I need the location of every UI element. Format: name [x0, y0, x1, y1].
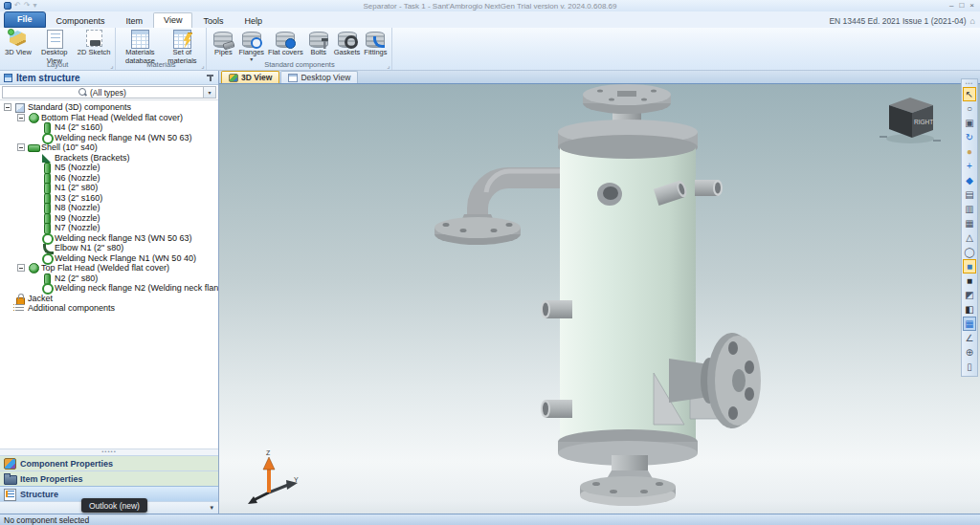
tree-item-welding-neck-flange-n2[interactable]: Welding neck flange N2 (Welding neck fla… [0, 283, 218, 294]
ribbon-button-flanges[interactable]: Flanges▾ [236, 29, 266, 59]
dialog-launcher-icon[interactable]: ⌟ [387, 62, 390, 69]
dark-cube-icon[interactable]: ■ [963, 273, 976, 288]
bottom-flat-head[interactable] [558, 429, 698, 506]
3d-canvas[interactable]: RIGHT Z Y [219, 84, 980, 514]
report-view-icon[interactable]: ▯ [963, 360, 976, 374]
ribbon-tab-file[interactable]: File [4, 11, 46, 28]
tree-item-n1[interactable]: N1 (2" s80) [0, 183, 218, 193]
contrast-cube-icon[interactable]: ◧ [963, 302, 976, 317]
rotate-view-icon[interactable]: ↻ [963, 130, 976, 144]
collapse-toggle-icon[interactable] [17, 264, 25, 272]
orientation-cube[interactable]: RIGHT [880, 98, 941, 143]
ribbon-tab-tools[interactable]: Tools [192, 14, 234, 28]
quick-access-toolbar: ↶↷▾ [0, 2, 36, 10]
collapse-toggle-icon[interactable] [17, 143, 25, 151]
tree-item-n8[interactable]: N8 (Nozzle) [0, 203, 218, 213]
tree-item-n9[interactable]: N9 (Nozzle) [0, 213, 218, 224]
item-properties-icon [4, 473, 16, 484]
panel-chooser-dropdown-icon[interactable]: ▾ [210, 504, 213, 512]
pipes-icon [212, 29, 234, 49]
ribbon-button-fittings[interactable]: Fittings [362, 29, 389, 59]
tree-item-n5[interactable]: N5 (Nozzle) [0, 163, 218, 173]
solid-cube-icon[interactable]: ■ [963, 259, 976, 273]
tree-item-bottom-flat-head[interactable]: Bottom Flat Head (Welded flat cover) [0, 113, 218, 123]
orbit-icon[interactable]: ● [963, 144, 976, 159]
sphere-view-icon[interactable]: ◯ [963, 245, 976, 259]
undo-icon[interactable]: ↶ [14, 2, 21, 10]
ribbon-button-desktop-view[interactable]: Desktop View [33, 29, 76, 59]
new-view-icon[interactable]: ▦ [963, 216, 976, 230]
elbow-pipe[interactable] [434, 171, 562, 245]
ribbon-tab-item[interactable]: Item [116, 14, 154, 28]
tree-item-jacket[interactable]: Jacket [0, 294, 218, 304]
tree-item-elbow-n1[interactable]: Elbow N1 (2" s80) [0, 243, 218, 253]
restore-icon[interactable]: □ [959, 1, 964, 11]
tree-item-brackets[interactable]: Brackets (Brackets) [0, 153, 218, 164]
separator-vessel-model[interactable]: RIGHT Z Y [219, 84, 980, 514]
duplicate-view-icon[interactable]: ▥ [963, 202, 976, 216]
collapse-toggle-icon[interactable] [4, 103, 11, 111]
ribbon-button-materials-database[interactable]: Materials database [119, 29, 161, 59]
zoom-window-icon[interactable]: ▣ [963, 116, 976, 130]
ribbon-button-gaskets[interactable]: Gaskets [332, 29, 363, 59]
tree-item-welding-neck-flange-n1[interactable]: Welding Neck Flange N1 (WN 50 40) [0, 253, 218, 264]
axes-view-icon[interactable]: ∠ [963, 331, 976, 345]
ribbon-button-label: 2D Sketch [78, 49, 111, 57]
qat-dropdown-icon[interactable]: ▾ [33, 2, 36, 10]
grid-view-icon[interactable]: ▦ [963, 317, 976, 331]
collapse-toggle-icon[interactable] [17, 114, 25, 121]
ribbon-button-label: Gaskets [334, 49, 361, 57]
ribbon-tab-components[interactable]: Components [46, 14, 116, 28]
minimize-icon[interactable]: – [949, 1, 953, 11]
redo-icon[interactable]: ↷ [24, 2, 31, 10]
tree-item-standard[interactable]: Standard (3D) components [0, 102, 218, 113]
viewport-tab-desktop-view[interactable]: Desktop View [280, 71, 358, 83]
tree-item-n3[interactable]: N3 (2" s160) [0, 193, 218, 204]
zoom-fit-icon[interactable]: + [963, 159, 976, 173]
copy-view-icon[interactable]: ▤ [963, 187, 976, 202]
cube-face-label: RIGHT [914, 119, 933, 125]
render-view-icon[interactable]: ◩ [963, 288, 976, 302]
tree-item-top-flat-head[interactable]: Top Flat Head (Welded flat cover) [0, 263, 218, 273]
panel-item-properties[interactable]: Item Properties [0, 470, 218, 486]
tree-item-welding-neck-flange-n4[interactable]: Welding neck flange N4 (WN 50 63) [0, 133, 218, 143]
zoom-icon[interactable]: ○ [963, 101, 976, 116]
app-logo-icon[interactable] [4, 2, 11, 10]
pan-view-icon[interactable]: ⊕ [963, 345, 976, 360]
nozzle-icon [41, 173, 52, 183]
tree-item-label: Welding neck flange N2 (Welding neck fla… [55, 283, 218, 293]
tree-item-n4[interactable]: N4 (2" s160) [0, 122, 218, 133]
viewport-tab-3d-view[interactable]: 3D View [221, 71, 279, 83]
tree-item-additional-components[interactable]: Additional components [0, 303, 218, 314]
wireframe-view-icon[interactable]: △ [963, 230, 976, 245]
ribbon-button-flat-covers[interactable]: Flat covers [266, 29, 305, 59]
ribbon-tab-help[interactable]: Help [234, 14, 273, 28]
tree-item-welding-neck-flange-n3[interactable]: Welding neck flange N3 (WN 50 63) [0, 233, 218, 244]
dialog-launcher-icon[interactable]: ⌟ [110, 62, 113, 69]
panel-splitter[interactable]: ••••• [0, 448, 218, 455]
ribbon-tab-view[interactable]: View [153, 12, 192, 28]
select-cursor-icon[interactable]: ↖ [963, 87, 976, 101]
pin-icon[interactable] [206, 74, 214, 82]
search-input[interactable] [3, 87, 78, 98]
gaskets-icon [336, 29, 359, 49]
component-properties-icon [4, 458, 16, 469]
ribbon-button-3d-view[interactable]: 3D View [3, 29, 33, 59]
close-icon[interactable]: × [969, 1, 974, 11]
dialog-launcher-icon[interactable]: ⌟ [201, 62, 204, 69]
ribbon-button-bolts[interactable]: Bolts [305, 29, 332, 59]
tree-item-label: Additional components [28, 303, 115, 313]
ribbon-button-2d-sketch[interactable]: 2D Sketch [76, 29, 113, 59]
tree-item-n2[interactable]: N2 (2" s80) [0, 273, 218, 284]
ribbon-button-set-of-materials[interactable]: Set of materials [161, 29, 203, 59]
filter-dropdown-button[interactable]: ▾ [203, 87, 215, 98]
home-icon[interactable]: ⌂ [970, 16, 975, 26]
taskbar-tooltip: Outlook (new) [81, 498, 147, 513]
tree-item-n6[interactable]: N6 (Nozzle) [0, 173, 218, 184]
type-filter-dropdown[interactable]: (All types) [90, 88, 203, 98]
shaded-view-icon[interactable]: ◆ [963, 173, 976, 187]
panel-component-properties[interactable]: Component Properties [0, 455, 218, 470]
tree-item-shell[interactable]: Shell (10" s40) [0, 142, 218, 153]
ribbon-button-pipes[interactable]: Pipes [210, 29, 236, 59]
tree-item-n7[interactable]: N7 (Nozzle) [0, 223, 218, 233]
